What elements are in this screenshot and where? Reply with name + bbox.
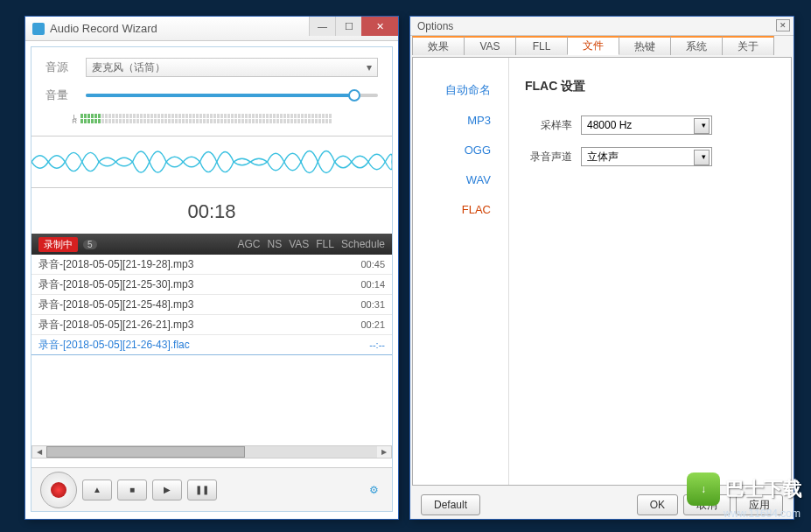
record-button[interactable] [40,472,77,508]
scroll-track[interactable] [46,446,377,458]
gear-icon: ⚙ [369,484,379,496]
slider-fill [86,94,354,97]
scroll-right-button[interactable]: ▶ [377,446,391,458]
settings-button[interactable]: ⚙ [364,480,383,500]
level-lr-label: LR [45,115,77,123]
pause-button[interactable]: ❚❚ [187,480,217,500]
recording-duration: 00:14 [360,279,385,290]
recording-name: 录音-[2018-05-05][21-26-43].flac [38,338,190,353]
scroll-thumb[interactable] [46,446,245,458]
channel-value: 立体声 [587,150,619,164]
tab-系统[interactable]: 系统 [670,36,723,55]
close-button[interactable]: ✕ [361,17,398,36]
recording-duration: 00:21 [360,319,385,330]
channel-row: 录音声道 立体声 [525,147,775,166]
scroll-left-button[interactable]: ◀ [32,446,46,458]
tab-效果[interactable]: 效果 [412,36,465,55]
recording-item[interactable]: 录音-[2018-05-05][21-26-43].flac--:-- [31,335,392,355]
tab-文件[interactable]: 文件 [567,36,619,55]
subtab-OGG[interactable]: OGG [413,135,508,164]
tab-FLL[interactable]: FLL [515,36,568,55]
watermark-icon: ↓ [687,472,720,506]
source-dropdown[interactable]: 麦克风（话筒） [86,58,378,77]
panel-title: FLAC 设置 [525,79,775,94]
stop-button[interactable]: ■ [117,480,147,500]
slider-thumb[interactable] [348,89,360,102]
tab-body: 自动命名MP3OGGWAVFLAC FLAC 设置 采样率 48000 Hz 录… [412,57,792,486]
minimize-button[interactable]: — [309,17,335,36]
source-label: 音源 [45,60,77,75]
source-value: 麦克风（话筒） [92,60,165,75]
col-agc[interactable]: AGC [237,238,260,250]
subtab-WAV[interactable]: WAV [413,164,508,194]
titlebar[interactable]: Audio Record Wizard — ☐ ✕ [25,17,398,41]
sample-rate-label: 采样率 [525,118,572,133]
column-headers: AGC NS VAS FLL Schedule [237,238,385,250]
tabs-bar: 效果VASFLL文件热键系统关于 [410,36,794,57]
recording-duration: --:-- [369,340,385,350]
recording-duration: 00:31 [360,299,385,310]
recordings-header: 录制中 5 AGC NS VAS FLL Schedule [31,234,392,255]
main-window: Audio Record Wizard — ☐ ✕ 音源 麦克风（话筒） 音量 … [24,16,399,520]
tab-VAS[interactable]: VAS [464,36,516,55]
col-ns[interactable]: NS [267,238,282,250]
waveform-display [31,136,392,188]
volume-label: 音量 [45,88,77,103]
settings-panel: FLAC 设置 采样率 48000 Hz 录音声道 立体声 [509,58,791,485]
record-icon [51,482,66,498]
col-schedule[interactable]: Schedule [341,238,385,250]
recording-status-badge: 录制中 [38,237,78,252]
subtab-自动命名[interactable]: 自动命名 [413,75,508,105]
horizontal-scrollbar[interactable]: ◀ ▶ [31,445,392,458]
maximize-button[interactable]: ☐ [335,17,361,36]
recording-name: 录音-[2018-05-05][21-25-48].mp3 [38,298,193,312]
watermark: ↓ 巴士下载 [687,472,802,506]
recording-count: 5 [83,240,97,249]
recording-name: 录音-[2018-05-05][21-26-21].mp3 [38,318,193,332]
recording-name: 录音-[2018-05-05][21-19-28].mp3 [38,257,193,272]
options-close-button[interactable]: ✕ [776,19,790,32]
subtabs-sidebar: 自动命名MP3OGGWAVFLAC [413,58,509,485]
recording-name: 录音-[2018-05-05][21-25-30].mp3 [38,277,193,292]
level-meter-row: LR [45,114,378,123]
window-title: Audio Record Wizard [50,22,157,35]
recording-item[interactable]: 录音-[2018-05-05][21-26-21].mp300:21 [31,315,392,335]
volume-row: 音量 [45,88,378,103]
col-fll[interactable]: FLL [316,238,334,250]
tab-关于[interactable]: 关于 [722,36,774,55]
options-titlebar[interactable]: Options ✕ [410,17,794,36]
recording-item[interactable]: 录音-[2018-05-05][21-25-48].mp300:31 [31,295,392,315]
recording-item[interactable]: 录音-[2018-05-05][21-19-28].mp300:45 [31,255,392,275]
channel-select[interactable]: 立体声 [581,147,712,166]
channel-label: 录音声道 [525,150,572,164]
default-button[interactable]: Default [421,494,480,515]
watermark-text: 巴士下载 [725,476,802,502]
play-button[interactable]: ▶ [152,480,182,500]
app-icon [32,23,45,35]
col-vas[interactable]: VAS [289,238,309,250]
level-meter [80,114,378,123]
subtab-FLAC[interactable]: FLAC [413,194,508,224]
recording-duration: 00:45 [360,259,385,270]
main-body: 音源 麦克风（话筒） 音量 LR 00:18 [31,46,393,512]
recording-item[interactable]: 录音-[2018-05-05][21-25-30].mp300:14 [31,275,392,295]
sample-rate-select[interactable]: 48000 Hz [581,116,712,135]
options-title: Options [417,20,453,32]
sample-rate-row: 采样率 48000 Hz [525,116,775,135]
ok-button[interactable]: OK [637,494,678,515]
sample-rate-value: 48000 Hz [587,119,632,131]
eject-button[interactable]: ▲ [82,480,112,500]
window-controls: — ☐ ✕ [309,17,398,36]
volume-slider[interactable] [86,94,378,97]
watermark-url: www.11684.com [724,508,801,520]
subtab-MP3[interactable]: MP3 [413,105,508,135]
recordings-list: 录音-[2018-05-05][21-19-28].mp300:45录音-[20… [31,255,392,355]
tab-热键[interactable]: 热键 [619,36,671,55]
playback-controls: ▲ ■ ▶ ❚❚ ⚙ [31,467,392,511]
options-window: Options ✕ 效果VASFLL文件热键系统关于 自动命名MP3OGGWAV… [409,16,794,520]
source-row: 音源 麦克风（话筒） [45,58,378,77]
timer-display: 00:18 [45,193,378,234]
